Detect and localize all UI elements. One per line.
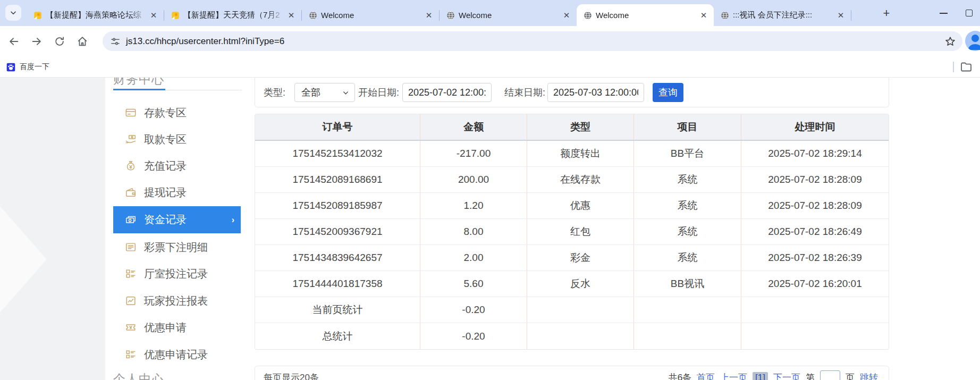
sidebar-item-label: 彩票下注明细: [144, 240, 208, 255]
promo-records-icon: [125, 349, 137, 360]
maximize-button[interactable]: [966, 10, 973, 16]
sidebar-item-hall-bet-records[interactable]: 厅室投注记录: [113, 260, 241, 287]
forward-button[interactable]: [28, 32, 46, 50]
site-settings-icon[interactable]: [110, 36, 121, 47]
globe-icon: [583, 11, 593, 20]
address-bar[interactable]: js13.cc/hhcp/usercenter.html?iniType=6: [103, 31, 962, 51]
tab-close-icon[interactable]: ✕: [562, 11, 571, 20]
cell-project: 系统: [633, 167, 741, 192]
tab-close-icon[interactable]: ✕: [836, 11, 846, 20]
table-row: 1751452009367921 8.00 红包 系统 2025-07-02 1…: [255, 219, 889, 245]
cell-amount: -0.20: [420, 297, 527, 323]
promo-ticket-icon: [125, 322, 137, 333]
reload-button[interactable]: [50, 32, 69, 50]
tab-2[interactable]: 【新提醒】天天竞猜（7月2 ✕: [164, 4, 301, 26]
new-tab-button[interactable]: +: [880, 7, 893, 21]
sidebar-item-promo-apply[interactable]: 优惠申请: [113, 314, 241, 341]
first-page-link[interactable]: 首页: [697, 371, 715, 380]
cell-type: 优惠: [527, 193, 633, 218]
start-date-input[interactable]: [402, 83, 492, 102]
table-summary-row-total: 总统计 -0.20: [255, 323, 889, 349]
sidebar-item-label: 提现记录: [144, 185, 187, 200]
cell-time: 2025-07-02 18:26:49: [741, 219, 889, 244]
tab-close-icon[interactable]: ✕: [149, 11, 158, 20]
url-text[interactable]: js13.cc/hhcp/usercenter.html?iniType=6: [126, 36, 944, 47]
tab-4[interactable]: Welcome ✕: [440, 4, 577, 26]
tab-close-icon[interactable]: ✕: [286, 11, 296, 20]
browser-window: 【新提醒】海燕策略论坛综 ✕ 【新提醒】天天竞猜（7月2 ✕ Welcome ✕…: [0, 0, 980, 380]
tab-close-icon[interactable]: ✕: [424, 11, 434, 20]
cell-order-no: 1751444401817358: [255, 271, 420, 297]
table-row: 1751452089168691 200.00 在线存款 系统 2025-07-…: [255, 167, 889, 193]
chevron-down-icon: [9, 9, 18, 17]
pagination-panel: 每页显示20条 共6条 首页 上一页 [1] 下一页 第 页 跳转: [255, 366, 889, 380]
tab-3[interactable]: Welcome ✕: [302, 4, 439, 26]
tab-title: :::视讯 会员下注纪录:::: [733, 10, 833, 20]
tab-search-button[interactable]: [5, 5, 21, 21]
jump-page-input[interactable]: [820, 370, 840, 380]
page-content: 财务中心 存款专区 取款专区 充值记录 提现记录 资金记录 › 彩票下注明细: [0, 78, 980, 380]
sidebar-item-player-bet-report[interactable]: 玩家投注报表: [113, 288, 241, 314]
sidebar-item-label: 厅室投注记录: [144, 267, 208, 281]
table-row: 1751444401817358 5.60 反水 BB视讯 2025-07-02…: [255, 271, 889, 297]
cell-amount: 5.60: [420, 271, 527, 297]
bills-icon: [125, 214, 137, 226]
total-count-label: 共6条: [669, 371, 691, 380]
prev-page-link[interactable]: 上一页: [720, 371, 747, 380]
sidebar-item-label: 优惠申请记录: [144, 348, 208, 362]
folder-icon: [960, 61, 973, 73]
cell-summary-label: 当前页统计: [255, 297, 420, 323]
sidebar-section-title: 财务中心: [113, 78, 219, 85]
cell-type: 红包: [527, 219, 633, 244]
back-icon: [8, 36, 20, 47]
type-select[interactable]: 全部: [294, 83, 355, 102]
sidebar-item-recharge-records[interactable]: 充值记录: [113, 153, 241, 179]
next-page-link[interactable]: 下一页: [773, 371, 800, 380]
sidebar-footer-title: 个人中心: [113, 371, 230, 380]
sidebar-item-funds-records[interactable]: 资金记录 ›: [113, 206, 241, 233]
home-button[interactable]: [73, 32, 91, 50]
section-underline: [165, 90, 242, 90]
cell-summary-label: 总统计: [255, 323, 420, 349]
tab-1[interactable]: 【新提醒】海燕策略论坛综 ✕: [27, 4, 164, 26]
tab-5-active[interactable]: Welcome ✕: [577, 4, 714, 26]
jump-button[interactable]: 跳转: [860, 371, 878, 380]
report-chart-icon: [125, 295, 137, 307]
section-active-underline: [113, 89, 165, 90]
end-date-input[interactable]: [547, 83, 644, 102]
cell-amount: 2.00: [420, 245, 527, 271]
hall-bet-icon: [125, 268, 137, 280]
chevron-right-icon: ›: [232, 215, 234, 225]
cell-type: 在线存款: [527, 167, 633, 192]
col-header-type: 类型: [527, 114, 633, 140]
sidebar-item-label: 取款专区: [144, 132, 187, 147]
bookmarks-bar: 百度一下: [0, 56, 980, 78]
sidebar-item-label: 存款专区: [144, 106, 187, 120]
wallet-icon: [125, 187, 137, 198]
bookmark-baidu[interactable]: 百度一下: [6, 60, 49, 74]
sidebar-item-promo-apply-records[interactable]: 优惠申请记录: [113, 341, 241, 368]
sidebar-item-lottery-bet-detail[interactable]: 彩票下注明细: [113, 234, 241, 260]
tab-6[interactable]: :::视讯 会员下注纪录::: ✕: [714, 4, 851, 26]
bookmarks-folder-button[interactable]: [960, 61, 973, 73]
sidebar-item-deposit[interactable]: 存款专区: [113, 99, 241, 126]
cell-amount: 200.00: [420, 167, 527, 192]
cell-type: 反水: [527, 271, 633, 297]
minimize-button[interactable]: [940, 13, 948, 14]
doc-icon: [33, 11, 43, 20]
cell-order-no: 1751452089168691: [255, 167, 420, 192]
tab-close-icon[interactable]: ✕: [699, 11, 708, 20]
chevron-down-icon: [342, 89, 349, 96]
sidebar-item-withdraw[interactable]: 取款专区: [113, 126, 241, 153]
table-row: 1751452153412032 -217.00 额度转出 BB平台 2025-…: [255, 141, 889, 167]
table-summary-row-page: 当前页统计 -0.20: [255, 297, 889, 323]
cell-order-no: 1751434839642657: [255, 245, 420, 271]
search-button[interactable]: 查询: [653, 83, 683, 102]
profile-avatar[interactable]: [965, 31, 980, 51]
bookmarks-divider: [953, 62, 954, 72]
sidebar-item-withdrawal-records[interactable]: 提现记录: [113, 179, 241, 206]
sidebar-item-label: 优惠申请: [144, 320, 187, 335]
bookmark-star-icon[interactable]: [944, 36, 956, 47]
table-header-row: 订单号 金额 类型 项目 处理时间: [255, 114, 889, 141]
back-button[interactable]: [5, 32, 23, 50]
